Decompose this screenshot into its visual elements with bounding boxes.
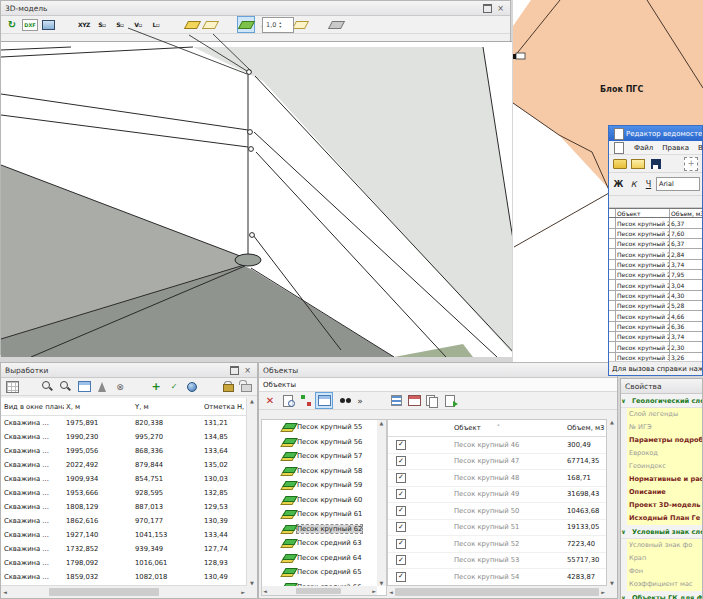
property-row[interactable]: ∨ Коэффициент мас [621, 578, 702, 591]
visibility-checkbox[interactable]: ✓ [396, 473, 406, 483]
table-row[interactable]: Песок крупный 2 6,36 [609, 322, 702, 332]
table-row[interactable]: Скважина ... 1859,032 1082,018 130,49 [1, 570, 247, 584]
table-row[interactable]: Скважина ... 1808,129 887,013 129,53 [1, 500, 247, 514]
report-table-icon[interactable] [406, 393, 422, 408]
sep[interactable] [58, 17, 74, 32]
plane-area-icon[interactable]: S▫ [112, 17, 128, 32]
table-row[interactable]: ✓ Песок крупный 52 7223,40 [388, 536, 606, 553]
transparency-spinner[interactable]: 1,0 [262, 17, 294, 33]
col-h[interactable]: Отметка H, м [202, 403, 247, 411]
diagram-icon[interactable] [298, 393, 314, 408]
visibility-checkbox[interactable]: ✓ [396, 572, 406, 582]
col-x[interactable]: X, м [64, 403, 133, 411]
font-select[interactable]: Arial [656, 177, 700, 191]
property-row[interactable]: ∨ Проект 3D-модель [621, 499, 702, 512]
bold-button[interactable]: Ж [611, 177, 626, 192]
save-icon[interactable] [648, 156, 664, 171]
lock-icon[interactable] [220, 379, 236, 394]
list-item[interactable]: Песок крупный 61 [262, 507, 386, 522]
table-row[interactable]: Песок крупный 2 6,37 [609, 239, 702, 249]
table-row[interactable]: Песок крупный 3 3,26 [609, 353, 702, 361]
close-icon[interactable]: × [242, 365, 253, 375]
list-item[interactable]: Песок крупный 62 [262, 522, 386, 537]
table-row[interactable]: ✓ Песок крупный 51 19133,05 [388, 520, 606, 537]
sep[interactable] [22, 379, 38, 394]
solid-slab-icon[interactable] [184, 17, 200, 32]
list-item[interactable]: Песок крупный 60 [262, 493, 386, 508]
table-row[interactable]: ✓ Песок крупный 49 31698,43 [388, 487, 606, 504]
visibility-checkbox[interactable]: ✓ [396, 522, 406, 532]
list-item[interactable]: Песок крупный 55 [262, 420, 386, 435]
list-item[interactable]: Песок крупный 57 [262, 449, 386, 464]
sep[interactable] [310, 17, 326, 32]
volume-icon[interactable]: V▫ [130, 17, 146, 32]
table-row[interactable]: Скважина ... 1732,852 939,349 127,74 [1, 542, 247, 556]
table-view-icon[interactable] [76, 379, 92, 394]
table-row[interactable]: Скважина ... 1862,616 970,177 130,39 [1, 514, 247, 528]
sep[interactable] [666, 156, 682, 171]
unlock-icon[interactable] [238, 379, 254, 394]
menu-view[interactable]: Вид [694, 144, 703, 152]
objects-tab[interactable]: Объекты [259, 378, 617, 392]
table-row[interactable]: Песок крупный 2 3,04 [609, 280, 702, 290]
col-plan-view[interactable]: Вид в окне плана [1, 403, 64, 411]
delete-object-icon[interactable]: ✕ [262, 393, 278, 408]
table-row[interactable]: Песок крупный 2 3,74 [609, 332, 702, 342]
sep[interactable] [370, 393, 386, 408]
table-row[interactable]: ✓ Песок крупный 53 55717,30 [388, 553, 606, 570]
table-row[interactable]: Скважина ... 1995,056 868,336 133,64 [1, 444, 247, 458]
find-icon[interactable] [334, 393, 350, 408]
table-row[interactable]: Песок крупный 2 2,84 [609, 249, 702, 259]
table-row[interactable]: ✓ Песок крупный 46 300,49 [388, 437, 606, 454]
apply-point-icon[interactable]: ✓ [166, 379, 182, 394]
property-row[interactable]: ∨ Геологический слой [621, 394, 702, 408]
underline-button[interactable]: Ч [641, 177, 656, 192]
window-report-editor[interactable]: Редактор ведомостей - Файл Правка Вид + … [608, 125, 703, 376]
property-row[interactable]: ∨ Нормативные и рас [621, 473, 702, 486]
xyz-coordinates-icon[interactable]: XYZ [76, 17, 92, 32]
property-row[interactable]: ∨ Описание [621, 486, 702, 499]
sep[interactable] [220, 17, 236, 32]
layer-bottom-icon[interactable] [292, 17, 308, 32]
table-row[interactable]: Песок крупный 2 3,74 [609, 260, 702, 270]
table-row[interactable]: Песок крупный 2 2,30 [609, 342, 702, 352]
table-row[interactable]: Песок крупный 2 7,60 [609, 229, 702, 239]
table-row[interactable]: Скважина ... 1798,092 1016,061 128,93 [1, 556, 247, 570]
visibility-checkbox[interactable]: ✓ [396, 506, 406, 516]
visibility-checkbox[interactable]: ✓ [396, 489, 406, 499]
sep[interactable] [202, 379, 218, 394]
system-menu-icon[interactable] [610, 143, 628, 153]
list-vertical-scrollbar[interactable]: ▲▼ [377, 420, 386, 586]
list-item[interactable]: Песок крупный 56 [262, 435, 386, 450]
surface-area-icon[interactable]: S▫ [94, 17, 110, 32]
table-row[interactable]: Песок крупный 2 4,30 [609, 291, 702, 301]
search-select-icon[interactable] [40, 379, 56, 394]
horizontal-scrollbar[interactable]: ◄ ► [1, 585, 247, 598]
select-range-icon[interactable]: + [684, 157, 698, 171]
delete-point-icon[interactable]: ⊗ [112, 379, 128, 394]
sep[interactable] [166, 17, 182, 32]
visibility-checkbox[interactable]: ✓ [396, 440, 406, 450]
table-row[interactable]: Песок крупный 2 5,28 [609, 301, 702, 311]
table-row[interactable]: Скважина ... 1975,891 820,338 131,21 [1, 416, 247, 430]
table-row[interactable]: ✓ Песок крупный 50 10463,68 [388, 503, 606, 520]
length-icon[interactable]: L▫ [148, 17, 164, 32]
list-item[interactable]: Песок крупный 59 [262, 478, 386, 493]
table-row[interactable]: Песок крупный 2 6,37 [609, 218, 702, 228]
table-row[interactable]: ✓ Песок крупный 47 67714,35 [388, 454, 606, 471]
list-item[interactable]: Песок средний 64 [262, 551, 386, 566]
property-row[interactable]: ∨ Условный знак сло [621, 525, 702, 539]
close-icon[interactable]: × [495, 3, 506, 13]
col-y[interactable]: Y, м [133, 403, 202, 411]
table-row[interactable]: Скважина ... 1927,140 1041,153 133,44 [1, 528, 247, 542]
list-item[interactable]: Песок средний 65 [262, 565, 386, 580]
table-row[interactable]: Песок крупный 2 4,66 [609, 311, 702, 321]
table-row[interactable]: Скважина ... 1990,230 995,270 134,85 [1, 430, 247, 444]
vertical-scrollbar[interactable]: ▲▼ [246, 398, 257, 586]
property-row[interactable]: ∨ Фон [621, 565, 702, 578]
visibility-checkbox[interactable]: ✓ [396, 539, 406, 549]
property-row[interactable]: ∨ Исходный План Ге [621, 512, 702, 525]
table-row[interactable]: Песок крупный 2 7,95 [609, 270, 702, 280]
move-point-icon[interactable]: + [148, 379, 164, 394]
property-row[interactable]: ∨ Слой легенды [621, 408, 702, 421]
